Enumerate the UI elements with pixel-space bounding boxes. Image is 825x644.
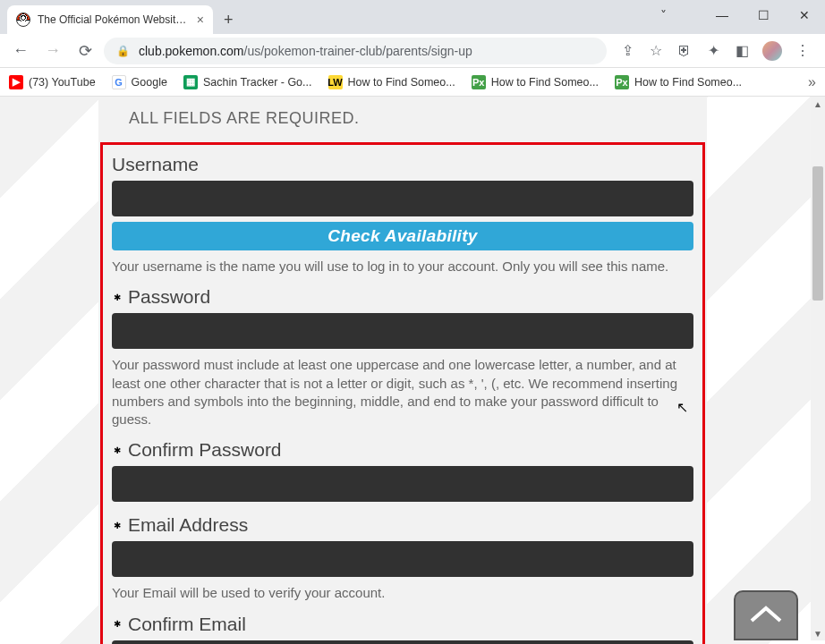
username-hint: Your username is the name you will use t…	[112, 258, 693, 275]
bookmark-sachin[interactable]: ▦Sachin Tracker - Go...	[183, 75, 312, 89]
menu-icon[interactable]: ⋮	[795, 43, 811, 59]
google-icon: G	[112, 75, 126, 89]
sheets-icon: ▦	[183, 75, 198, 89]
px-icon: Px	[472, 75, 486, 89]
bookmark-youtube[interactable]: ▶(73) YouTube	[9, 75, 96, 89]
form-container: ALL FIELDS ARE REQUIRED. Username Check …	[98, 97, 707, 644]
scroll-down-icon[interactable]: ▼	[811, 626, 825, 640]
email-input[interactable]	[112, 541, 693, 577]
confirm-email-label: Confirm Email	[112, 614, 693, 635]
signup-form: Username Check Availability Your usernam…	[100, 142, 705, 644]
bookmark-how-2[interactable]: PxHow to Find Someo...	[472, 75, 599, 89]
confirm-email-input[interactable]	[112, 640, 693, 645]
new-tab-button[interactable]: +	[224, 11, 234, 30]
bookmarks-bar: ▶(73) YouTube GGoogle ▦Sachin Tracker - …	[0, 68, 825, 97]
pokeball-icon	[16, 13, 30, 27]
confirm-password-label: Confirm Password	[112, 439, 693, 461]
check-availability-button[interactable]: Check Availability	[112, 222, 693, 250]
close-tab-icon[interactable]: ×	[197, 13, 204, 27]
username-input[interactable]	[112, 181, 693, 216]
bookmarks-overflow-icon[interactable]: »	[808, 74, 816, 90]
side-panel-icon[interactable]: ◧	[734, 43, 750, 59]
required-fields-label: ALL FIELDS ARE REQUIRED.	[98, 109, 707, 142]
tab-title: The Official Pokémon Website | P	[38, 13, 190, 26]
scrollbar-thumb[interactable]	[812, 166, 823, 301]
profile-avatar[interactable]	[762, 41, 782, 61]
shield-icon[interactable]: ⛨	[676, 43, 693, 59]
email-label: Email Address	[112, 514, 693, 536]
forward-button: →	[39, 38, 66, 64]
lw-icon: LW	[328, 75, 343, 89]
extensions-icon[interactable]: ✦	[705, 43, 721, 59]
required-icon	[112, 445, 123, 455]
password-hint: Your password must include at least one …	[112, 356, 693, 428]
username-label: Username	[112, 154, 693, 175]
back-button[interactable]: ←	[7, 38, 34, 64]
password-label: Password	[112, 286, 693, 308]
email-hint: Your Email will be used to verify your a…	[112, 584, 693, 602]
bookmark-how-3[interactable]: PxHow to Find Someo...	[615, 75, 742, 89]
lock-icon: 🔒	[116, 45, 130, 57]
required-icon	[112, 619, 123, 630]
url-text: club.pokemon.com/us/pokemon-trainer-club…	[139, 44, 472, 58]
close-window-button[interactable]: ✕	[784, 0, 825, 30]
required-icon	[112, 520, 123, 530]
reload-button[interactable]: ⟳	[72, 38, 98, 64]
share-icon[interactable]: ⇪	[619, 43, 635, 59]
px-icon: Px	[615, 75, 629, 89]
minimize-button[interactable]: —	[702, 0, 743, 30]
required-icon	[112, 292, 123, 302]
youtube-icon: ▶	[9, 75, 23, 89]
address-bar[interactable]: 🔒 club.pokemon.com/us/pokemon-trainer-cl…	[104, 38, 607, 64]
password-input[interactable]	[112, 313, 693, 349]
bookmark-google[interactable]: GGoogle	[112, 75, 167, 89]
confirm-password-input[interactable]	[112, 466, 693, 502]
back-to-top-button[interactable]	[734, 590, 798, 640]
chevron-down-icon[interactable]: ˅	[642, 0, 684, 30]
browser-tab[interactable]: The Official Pokémon Website | P ×	[7, 5, 213, 34]
bookmark-how-1[interactable]: LWHow to Find Someo...	[328, 75, 455, 89]
maximize-button[interactable]: ☐	[743, 0, 784, 30]
scroll-up-icon[interactable]: ▲	[811, 97, 825, 111]
bookmark-star-icon[interactable]: ☆	[648, 43, 664, 59]
scrollbar-track[interactable]: ▲ ▼	[811, 97, 825, 640]
